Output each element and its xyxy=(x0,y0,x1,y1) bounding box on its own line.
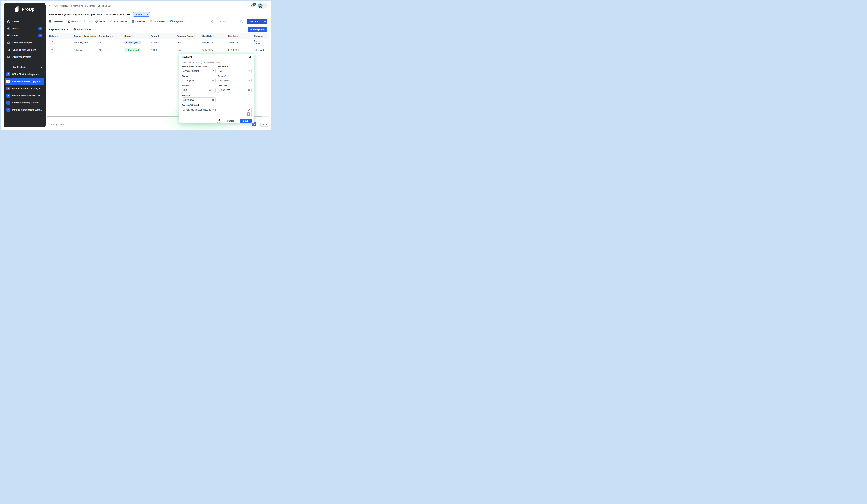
tab-label: Payment xyxy=(174,20,183,23)
column-header-remarks[interactable]: Remarks↑ xyxy=(254,35,269,37)
payment-list-toolbar: Payment Lists - 2 Excel Export Add Payme… xyxy=(47,25,269,33)
status-badge: In-Progress xyxy=(124,41,141,44)
sidebar-item-draft-new-project[interactable]: Draft New Project xyxy=(4,39,46,46)
field-value: Annual payment submitted by client xyxy=(183,109,216,111)
sidebar-item-inbox[interactable]: Inbox 0 xyxy=(4,25,46,32)
tab-board[interactable]: Board xyxy=(68,18,78,25)
cancel-button[interactable]: Cancel xyxy=(224,119,237,123)
reset-button[interactable]: Reset xyxy=(217,119,221,123)
chevron-down-icon[interactable] xyxy=(212,80,214,81)
field-value: 10 xyxy=(220,70,222,72)
sidebar-collapse-icon[interactable] xyxy=(49,4,52,7)
tab-gantt[interactable]: Gantt xyxy=(95,18,105,25)
cell-end-date: 31-10-2025 xyxy=(228,49,254,51)
column-header-delete[interactable]: Delete↑ xyxy=(49,35,74,37)
sidebar-item-archived-project[interactable]: Archived Project xyxy=(4,53,46,61)
sidebar-item-change-management[interactable]: Change Management xyxy=(4,46,46,53)
page-size-select[interactable]: 10 xyxy=(260,122,269,127)
add-payment-button[interactable]: Add Payment xyxy=(248,27,267,32)
tab-list[interactable]: List xyxy=(83,18,90,25)
sidebar-project-office-fit-out[interactable]: O Office Fit-Out – Corporate Head... xyxy=(5,71,44,78)
logo-text: ProUp xyxy=(22,7,35,12)
tab-attachments[interactable]: Attachments xyxy=(109,18,127,25)
add-task-dropdown-button[interactable] xyxy=(263,19,267,24)
delete-row-button[interactable] xyxy=(50,48,54,53)
status-select[interactable]: In-Progress xyxy=(182,78,215,83)
clear-icon[interactable] xyxy=(212,70,214,72)
column-header-start-date[interactable]: Start Date↑ xyxy=(202,35,228,37)
user-menu[interactable] xyxy=(257,3,267,9)
project-search-icon[interactable] xyxy=(40,65,42,69)
sidebar-project-fire-alarm[interactable]: F Fire Alarm System Upgrade – Sh... xyxy=(5,78,44,85)
tab-dashboard[interactable]: Dashboard xyxy=(150,18,165,25)
required-mark: * xyxy=(228,65,229,67)
search-icon xyxy=(240,20,243,24)
start-date-input[interactable]: 18-08-2025 xyxy=(218,88,251,93)
reset-label: Reset xyxy=(217,121,221,123)
project-initial-badge: E xyxy=(7,87,10,90)
payment-description-field: Payment Description(14/200)* Annual Paym… xyxy=(182,65,215,73)
project-date-range: 27-07-2025 - 31-08-2025 xyxy=(104,13,130,16)
chevron-down-icon[interactable] xyxy=(212,90,214,91)
amount-input[interactable]: 50000000 xyxy=(218,78,251,83)
tab-payment[interactable]: Payment xyxy=(170,18,183,25)
clear-icon[interactable] xyxy=(209,89,211,91)
gantt-icon xyxy=(95,20,98,23)
sidebar-item-chat[interactable]: Chat 0 xyxy=(4,32,46,39)
sidebar-project-elevator-modernization[interactable]: E Elevator Modernization – Reside... xyxy=(5,92,44,99)
modal-body: Fields marked with (*) cannot be left bl… xyxy=(180,60,254,117)
ai-assistant-button[interactable] xyxy=(247,112,250,116)
excel-export-button[interactable]: Excel Export xyxy=(73,28,91,31)
payment-modal: Payment Fields marked with (*) cannot be… xyxy=(180,54,254,123)
field-label: Status xyxy=(182,75,188,77)
column-header-percentage[interactable]: Percentage↑ xyxy=(99,35,124,37)
sidebar-item-home[interactable]: Home xyxy=(4,18,46,25)
start-date-field: Start Date 18-08-2025 xyxy=(218,85,251,93)
end-date-input[interactable]: 24-08-2025 xyxy=(182,97,215,102)
column-header-end-date[interactable]: End Date↑ xyxy=(228,35,254,37)
home-icon xyxy=(7,20,10,23)
amount-field: Amount* 50000000 xyxy=(218,75,251,83)
delete-row-button[interactable] xyxy=(50,40,54,45)
notifications-button[interactable]: 0 xyxy=(250,4,254,8)
clear-icon[interactable] xyxy=(248,80,250,81)
tab-bar: Overview Board List Gantt Attachments Ca… xyxy=(47,18,269,25)
add-task-button[interactable]: Add Task xyxy=(247,19,263,24)
trash-icon xyxy=(51,41,54,44)
assignee-select[interactable]: Rofi xyxy=(182,88,215,93)
cell-remarks: Advanced xyxy=(254,49,269,51)
sidebar-project-exterior-facade[interactable]: E Exterior Facade Cleaning & Repa... xyxy=(5,85,44,92)
tab-label: Dashboard xyxy=(154,20,165,23)
clear-icon[interactable] xyxy=(248,109,250,111)
calendar-icon[interactable] xyxy=(248,89,250,91)
tab-overview[interactable]: Overview xyxy=(49,18,63,25)
reset-icon xyxy=(218,119,220,121)
payment-description-input[interactable]: Annual Payment xyxy=(182,68,215,73)
save-button[interactable]: Save xyxy=(240,119,251,123)
tab-calendar[interactable]: Calendar xyxy=(132,18,145,25)
percentage-field: Percentage* 10 xyxy=(218,65,251,73)
column-header-description[interactable]: Payment Description↑ xyxy=(74,35,99,37)
column-header-status[interactable]: Status↑ xyxy=(124,35,151,37)
remarks-textarea[interactable]: Annual payment submitted by client xyxy=(182,107,251,117)
close-button[interactable] xyxy=(249,55,251,58)
sidebar-project-parking-management[interactable]: P Parking Management System In... xyxy=(5,106,44,113)
payment-lists-count: Payment Lists - 2 xyxy=(49,28,68,31)
required-fields-note: Fields marked with (*) cannot be left bl… xyxy=(182,61,251,64)
trash-icon xyxy=(51,49,54,51)
cell-start-date: 27-07-2025 xyxy=(202,49,228,51)
refresh-icon[interactable] xyxy=(211,20,214,23)
sidebar-section-live-projects[interactable]: Live Projects xyxy=(4,63,46,71)
clear-icon[interactable] xyxy=(248,70,250,72)
sidebar-project-energy-efficiency[interactable]: E Energy Efficiency Retrofit – Offic... xyxy=(5,99,44,106)
percentage-input[interactable]: 10 xyxy=(218,68,251,73)
tab-label: Gantt xyxy=(99,20,105,23)
next-page-icon[interactable] xyxy=(258,123,259,125)
calendar-icon[interactable] xyxy=(212,99,214,101)
project-status-select[interactable]: Planned xyxy=(133,12,150,17)
list-icon xyxy=(83,20,85,23)
column-header-assignee[interactable]: Assignee Name↑ xyxy=(177,35,202,37)
clear-icon[interactable] xyxy=(209,80,211,81)
column-header-amount[interactable]: Amount↑ xyxy=(151,35,177,37)
breadcrumb[interactable]: Live Projects / Fire Alarm System Upgrad… xyxy=(54,5,111,7)
